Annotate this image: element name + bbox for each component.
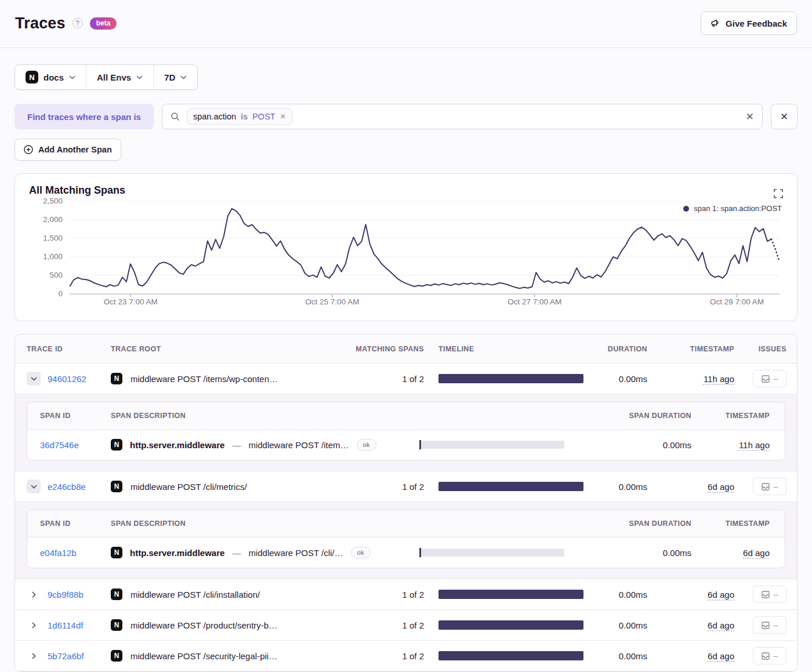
col-span-description: SPAN DESCRIPTION — [111, 520, 405, 528]
table-row: e246cb8e N middleware POST /cli/metrics/… — [15, 471, 797, 502]
col-span-id: SPAN ID — [40, 520, 111, 528]
nextjs-icon: N — [111, 589, 122, 600]
plus-circle-icon — [24, 145, 33, 154]
chevron-down-icon — [180, 75, 187, 79]
y-axis-label: 2,500 — [29, 197, 63, 205]
megaphone-icon — [710, 19, 720, 28]
series-line-dashed-tail — [771, 239, 780, 261]
add-another-span-button[interactable]: Add Another Span — [14, 139, 121, 161]
timeline-bar — [438, 482, 583, 491]
duration: 0.00ms — [589, 620, 647, 630]
timestamp[interactable]: 6d ago — [743, 548, 770, 558]
trace-root: middleware POST /cli/metrics/ — [130, 482, 247, 492]
y-axis-label: 1,500 — [29, 234, 63, 242]
chevron-down-icon — [31, 377, 37, 381]
issues-button[interactable]: – — [753, 370, 786, 387]
duration: 0.00ms — [589, 651, 647, 661]
col-span-timestamp: TIMESTAMP — [691, 520, 770, 528]
trace-root: middleware POST /cli/installation/ — [130, 590, 260, 600]
timestamp[interactable]: 11h ago — [704, 374, 734, 384]
issues-count: – — [774, 651, 778, 660]
timestamp[interactable]: 6d ago — [708, 651, 734, 661]
duration: 0.00ms — [589, 482, 647, 492]
trace-id-link[interactable]: 5b72a6bf — [48, 651, 84, 661]
timeline-bar — [438, 374, 583, 383]
duration: 0.00ms — [589, 374, 647, 384]
issues-count: – — [774, 374, 778, 383]
chevron-down-icon — [69, 75, 75, 79]
expand-chart-button[interactable] — [774, 189, 783, 201]
expand-row-button[interactable] — [27, 653, 41, 659]
x-axis-label: Oct 25 7:00 AM — [305, 297, 359, 306]
separator: — — [232, 548, 241, 558]
issue-box-icon — [762, 375, 770, 383]
y-axis-label: 0 — [29, 289, 63, 298]
span-description: middleware POST /item… — [248, 440, 349, 450]
nextjs-icon: N — [111, 547, 122, 558]
nextjs-icon: N — [111, 650, 122, 662]
give-feedback-button[interactable]: Give Feedback — [701, 12, 797, 35]
x-axis-label: Oct 27 7:00 AM — [507, 297, 561, 306]
token-key: span.action — [193, 112, 236, 121]
x-axis-label: Oct 23 7:00 AM — [104, 297, 158, 306]
token-remove-icon[interactable]: ✕ — [280, 112, 286, 121]
y-axis-label: 1,000 — [29, 252, 63, 261]
span-search-input[interactable]: span.action is POST ✕ ✕ — [162, 104, 763, 129]
project-filter[interactable]: N docs — [15, 65, 86, 89]
table-row: 94601262 N middleware POST /items/wp-con… — [15, 364, 797, 394]
expand-row-button[interactable] — [27, 622, 41, 629]
help-icon[interactable]: ? — [72, 18, 83, 28]
span-row: 36d7546e N http.server.middleware — midd… — [27, 430, 785, 460]
issues-button[interactable]: – — [753, 616, 786, 634]
expanded-span-section: SPAN ID SPAN DESCRIPTION SPAN DURATION T… — [15, 394, 797, 471]
collapse-row-button[interactable] — [27, 480, 41, 493]
issues-button[interactable]: – — [753, 478, 786, 495]
span-timeline-tick — [419, 548, 421, 557]
span-query-label: Find traces where a span is — [14, 104, 154, 129]
trace-root: middleware POST /product/sentry-b… — [130, 620, 277, 630]
traces-table: TRACE ID TRACE ROOT MATCHING SPANS TIMEL… — [14, 334, 798, 672]
timestamp[interactable]: 6d ago — [708, 482, 734, 492]
date-range-filter-label: 7D — [164, 72, 175, 82]
chevron-down-icon — [136, 75, 143, 79]
token-value: POST — [252, 112, 275, 121]
span-subtable: SPAN ID SPAN DESCRIPTION SPAN DURATION T… — [27, 510, 785, 568]
issues-button[interactable]: – — [753, 647, 786, 664]
col-issues: ISSUES — [734, 345, 786, 353]
timeline-bar — [438, 620, 583, 630]
y-axis-label: 2,000 — [29, 215, 63, 224]
trace-id-link[interactable]: 9cb9f88b — [48, 590, 84, 600]
fullscreen-icon — [774, 189, 783, 198]
trace-id-link[interactable]: e246cb8e — [48, 482, 86, 492]
collapse-row-button[interactable] — [27, 372, 41, 386]
remove-span-filter-button[interactable]: ✕ — [771, 104, 798, 129]
timestamp[interactable]: 6d ago — [708, 590, 734, 600]
clear-search-icon[interactable]: ✕ — [746, 111, 754, 123]
span-header-row: SPAN ID SPAN DESCRIPTION SPAN DURATION T… — [27, 510, 785, 537]
matching-spans: 1 of 2 — [351, 374, 424, 384]
trace-id-link[interactable]: 94601262 — [48, 374, 86, 384]
token-operator: is — [241, 112, 248, 121]
trace-root: middleware POST /items/wp-conten… — [130, 374, 278, 384]
filter-token[interactable]: span.action is POST ✕ — [187, 108, 292, 125]
nextjs-icon: N — [111, 481, 122, 492]
timestamp[interactable]: 6d ago — [708, 620, 734, 630]
span-id-link[interactable]: 36d7546e — [40, 440, 111, 450]
separator: — — [232, 440, 241, 450]
chart-title: All Matching Spans — [29, 184, 783, 197]
col-span-duration: SPAN DURATION — [567, 520, 691, 528]
timeline-bar — [438, 590, 583, 599]
expand-row-button[interactable] — [27, 591, 41, 598]
issues-button[interactable]: – — [753, 586, 786, 603]
table-header-row: TRACE ID TRACE ROOT MATCHING SPANS TIMEL… — [15, 335, 797, 364]
span-description: middleware POST /cli/… — [248, 548, 343, 558]
chevron-down-icon — [31, 485, 37, 489]
trace-id-link[interactable]: 1d6114df — [48, 620, 83, 630]
y-axis-label: 500 — [29, 271, 63, 279]
environment-filter-label: All Envs — [97, 72, 131, 82]
timestamp[interactable]: 11h ago — [739, 440, 770, 450]
environment-filter[interactable]: All Envs — [86, 65, 153, 89]
col-timeline: TIMELINE — [424, 345, 589, 353]
date-range-filter[interactable]: 7D — [154, 65, 197, 89]
span-id-link[interactable]: e04fa12b — [40, 548, 111, 558]
